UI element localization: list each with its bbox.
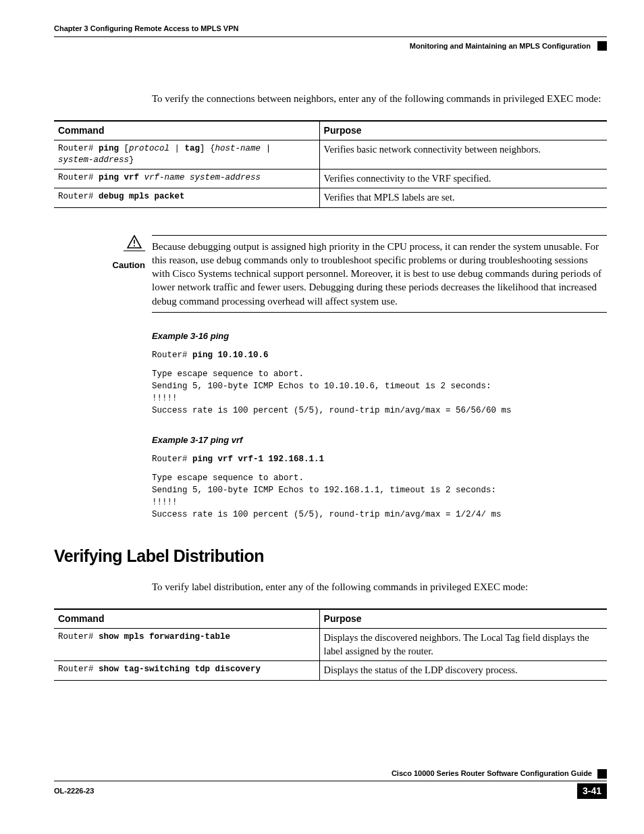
footer: Cisco 10000 Series Router Software Confi… <box>54 768 607 799</box>
table-row: Router# show mpls forwarding-table Displ… <box>54 629 607 661</box>
table-row: Router# debug mpls packet Verifies that … <box>54 188 607 208</box>
caution-block: Caution Because debugging output is assi… <box>54 235 607 313</box>
caution-icon <box>124 235 145 251</box>
section-heading: Verifying Label Distribution <box>54 545 607 568</box>
example-16-output: Type escape sequence to abort. Sending 5… <box>152 368 607 417</box>
header-section-row: Monitoring and Maintaining an MPLS Confi… <box>54 41 607 51</box>
cmd-keyword: show tag-switching tdp discovery <box>99 664 261 674</box>
caution-label: Caution <box>113 260 145 270</box>
cmd-arg: host-name <box>215 144 261 153</box>
cmd-keyword: ping vrf <box>99 173 139 182</box>
cmd-prompt: Router# <box>58 144 99 153</box>
cmd-prompt: Router# <box>58 664 99 674</box>
cmd-arg: vrf-name system-address <box>144 173 261 182</box>
purpose-cell: Verifies that MPLS labels are set. <box>319 188 607 208</box>
header-section: Monitoring and Maintaining an MPLS Confi… <box>410 41 591 51</box>
footer-docnum: OL-2226-23 <box>54 786 94 796</box>
cmd-sep: [ <box>119 144 129 153</box>
th-purpose: Purpose <box>319 609 607 628</box>
cmd-sep: ] { <box>200 144 215 153</box>
page-number: 3-41 <box>577 783 607 799</box>
cmd-sep: | <box>261 144 271 153</box>
purpose-cell: Verifies basic network connectivity betw… <box>319 140 607 169</box>
cmd-keyword: debug mpls packet <box>99 192 185 201</box>
svg-point-1 <box>134 245 135 246</box>
command-table-1: Command Purpose Router# ping [protocol |… <box>54 120 607 208</box>
th-purpose: Purpose <box>319 121 607 140</box>
footer-book-title: Cisco 10000 Series Router Software Confi… <box>392 768 592 779</box>
example-16-cmd: Router# ping 10.10.10.6 <box>152 349 607 361</box>
code-prompt: Router# <box>152 350 192 360</box>
table-row: Router# show tag-switching tdp discovery… <box>54 661 607 681</box>
cmd-sep: | <box>169 144 185 153</box>
header-chapter: Chapter 3 Configuring Remote Access to M… <box>54 24 238 34</box>
cmd-prompt: Router# <box>58 173 99 182</box>
cmd-arg: protocol <box>129 144 169 153</box>
example-17-title: Example 3-17 ping vrf <box>152 434 607 446</box>
cmd-sep <box>139 173 144 182</box>
example-17-output: Type escape sequence to abort. Sending 5… <box>152 472 607 521</box>
command-table-2: Command Purpose Router# show mpls forwar… <box>54 608 607 681</box>
purpose-cell: Verifies connectivity to the VRF specifi… <box>319 169 607 188</box>
code-prompt: Router# <box>152 454 192 464</box>
table-row: Router# ping [protocol | tag] {host-name… <box>54 140 607 169</box>
intro-paragraph-1: To verify the connections between neighb… <box>152 92 607 105</box>
example-17-cmd: Router# ping vrf vrf-1 192.168.1.1 <box>152 453 607 465</box>
code-cmd: ping vrf vrf-1 192.168.1.1 <box>192 454 324 464</box>
code-cmd: ping 10.10.10.6 <box>192 350 269 360</box>
cmd-prompt: Router# <box>58 192 99 201</box>
footer-marker <box>597 769 607 779</box>
example-16-title: Example 3-16 ping <box>152 330 607 342</box>
th-command: Command <box>54 609 319 628</box>
cmd-sep: } <box>129 155 134 165</box>
cmd-prompt: Router# <box>58 632 99 642</box>
purpose-cell: Displays the discovered neighbors. The L… <box>319 629 607 661</box>
th-command: Command <box>54 121 319 140</box>
table-row: Router# ping vrf vrf-name system-address… <box>54 169 607 188</box>
intro-paragraph-2: To verify label distribution, enter any … <box>152 580 607 594</box>
header-marker <box>597 41 607 51</box>
cmd-arg: system-address <box>58 155 129 165</box>
caution-text: Because debugging output is assigned hig… <box>152 235 607 313</box>
purpose-cell: Displays the status of the LDP discovery… <box>319 661 607 681</box>
cmd-keyword: tag <box>185 144 200 153</box>
cmd-keyword: ping <box>99 144 119 153</box>
cmd-keyword: show mpls forwarding-table <box>99 632 230 642</box>
header-chapter-row: Chapter 3 Configuring Remote Access to M… <box>54 24 607 37</box>
